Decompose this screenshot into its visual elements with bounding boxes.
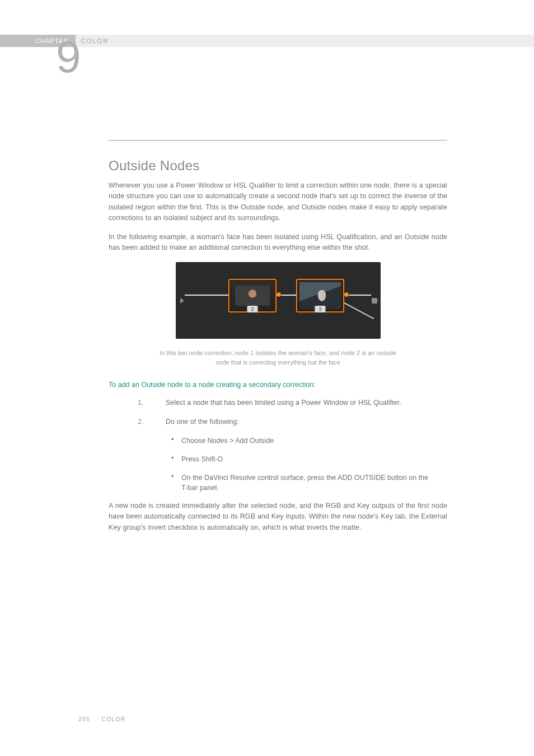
footer-section: COLOR bbox=[101, 716, 125, 722]
node-number-badge: 3 bbox=[315, 306, 325, 312]
node-preview-image bbox=[299, 282, 341, 309]
list-item: • Choose Nodes > Add Outside bbox=[171, 436, 447, 446]
bullet-icon: • bbox=[171, 436, 176, 446]
document-page: CHAPTER COLOR 9 Outside Nodes Whenever y… bbox=[0, 0, 534, 756]
list-item: 2. Do one of the following: bbox=[138, 418, 447, 426]
list-text: Choose Nodes > Add Outside bbox=[181, 436, 274, 446]
horizontal-rule bbox=[109, 140, 447, 141]
figure-caption: node that is correcting everything but t… bbox=[109, 358, 447, 367]
list-item: • Press Shift-O bbox=[171, 454, 447, 465]
list-text: Select a node that has been limited usin… bbox=[166, 399, 401, 407]
list-text: Do one of the following: bbox=[166, 418, 239, 426]
figure-node-graph: 2 3 bbox=[176, 262, 381, 339]
body-paragraph: A new node is created immediately after … bbox=[109, 501, 447, 533]
node-thumbnail: 2 bbox=[228, 279, 277, 312]
page-footer: 205 COLOR bbox=[78, 716, 126, 722]
chapter-number: 9 bbox=[56, 35, 81, 80]
list-text: On the DaVinci Resolve control surface, … bbox=[181, 473, 433, 494]
node-preview-image bbox=[235, 286, 270, 306]
section-heading: Outside Nodes bbox=[109, 158, 447, 174]
graph-input-port-icon bbox=[180, 298, 184, 304]
figure-caption: In this two node correction, node 1 isol… bbox=[109, 348, 447, 358]
section-label: COLOR bbox=[81, 35, 109, 47]
body-paragraph: In the following example, a woman's face… bbox=[109, 232, 447, 254]
graph-edge bbox=[344, 302, 374, 319]
list-item: • On the DaVinci Resolve control surface… bbox=[171, 473, 447, 494]
list-number: 1. bbox=[138, 399, 148, 407]
bullet-icon: • bbox=[171, 454, 176, 465]
node-output-dot-icon bbox=[277, 292, 281, 297]
bullet-icon: • bbox=[171, 473, 176, 494]
node-thumbnail: 3 bbox=[296, 279, 344, 312]
procedure-heading: To add an Outside node to a node creatin… bbox=[109, 381, 447, 389]
header-accent-right bbox=[76, 35, 534, 47]
graph-output-port-icon bbox=[372, 298, 377, 304]
body-paragraph: Whenever you use a Power Window or HSL Q… bbox=[109, 180, 447, 224]
graph-edge bbox=[185, 295, 228, 296]
page-number: 205 bbox=[78, 716, 90, 722]
node-output-dot-icon bbox=[344, 292, 349, 297]
list-text: Press Shift-O bbox=[181, 454, 223, 465]
node-number-badge: 2 bbox=[247, 306, 257, 312]
list-number: 2. bbox=[138, 418, 148, 426]
list-item: 1. Select a node that has been limited u… bbox=[138, 399, 447, 407]
